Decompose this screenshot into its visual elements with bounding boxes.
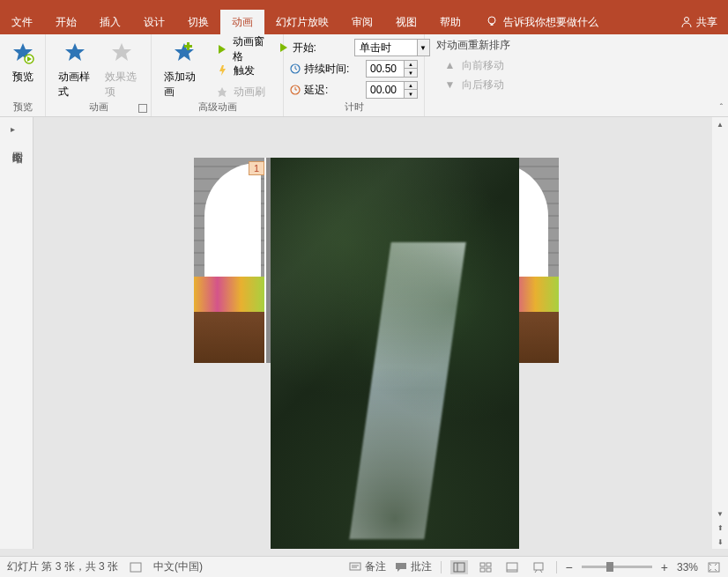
tab-animations[interactable]: 动画: [220, 10, 264, 34]
tab-slideshow[interactable]: 幻灯片放映: [264, 10, 340, 34]
svg-marker-6: [65, 43, 85, 61]
duration-input[interactable]: [367, 63, 404, 75]
group-animation-title: 动画: [46, 100, 151, 114]
panel-toggle[interactable]: ▸: [11, 124, 15, 134]
delay-icon: [290, 85, 301, 95]
delay-label: 延迟:: [304, 83, 328, 98]
group-timing-title: 计时: [284, 100, 424, 114]
notes-icon: [349, 562, 361, 573]
tab-review[interactable]: 审阅: [340, 10, 384, 34]
star-grey-icon: [108, 40, 136, 68]
person-icon: [680, 16, 693, 28]
add-animation-button[interactable]: 添加动画: [159, 38, 210, 101]
tab-design[interactable]: 设计: [132, 10, 176, 34]
preview-icon: [9, 40, 37, 68]
vertical-scrollbar[interactable]: ▲ ▼ ⬆ ⬇: [712, 117, 728, 549]
move-later-button: ▼向后移动: [440, 75, 508, 94]
svg-point-0: [488, 17, 495, 24]
animation-dialog-launcher[interactable]: [138, 104, 147, 113]
language-indicator[interactable]: 中文(中国): [153, 559, 203, 574]
prev-slide-icon[interactable]: ⬆: [713, 521, 727, 535]
svg-point-2: [685, 18, 689, 22]
slideshow-view-button[interactable]: [530, 560, 547, 574]
svg-rect-23: [487, 563, 491, 566]
animation-pane-button[interactable]: 动画窗格: [212, 40, 276, 59]
effect-options-label: 效果选项: [105, 70, 139, 100]
animation-styles-button[interactable]: 动画样式: [53, 38, 98, 101]
svg-rect-1: [491, 24, 494, 26]
svg-rect-24: [480, 568, 485, 572]
duration-label: 持续时间:: [304, 62, 349, 77]
svg-rect-20: [454, 563, 464, 572]
trigger-button[interactable]: 触发: [212, 61, 276, 80]
clock-icon: [290, 63, 301, 74]
tab-insert[interactable]: 插入: [88, 10, 132, 34]
svg-rect-10: [184, 45, 192, 48]
svg-marker-13: [280, 43, 287, 52]
group-preview-title: 预览: [0, 100, 45, 114]
tab-file[interactable]: 文件: [0, 10, 44, 34]
animation-styles-label: 动画样式: [58, 70, 93, 100]
next-slide-icon[interactable]: ⬇: [713, 535, 727, 549]
tell-me[interactable]: 告诉我你想要做什么: [486, 15, 598, 30]
tab-transitions[interactable]: 切换: [176, 10, 220, 34]
fit-window-icon[interactable]: [707, 561, 721, 573]
normal-view-button[interactable]: [450, 560, 468, 574]
add-animation-label: 添加动画: [164, 70, 204, 100]
play-icon: [279, 42, 289, 53]
move-earlier-button: ▲向前移动: [440, 55, 508, 75]
thumbnail-panel: ▸ 缩略图: [0, 117, 33, 549]
trigger-icon: [215, 63, 229, 78]
share-label: 共享: [696, 15, 717, 30]
comment-icon: [395, 562, 407, 573]
ribbon-tabs: 文件 开始 插入 设计 切换 动画 幻灯片放映 审阅 视图 帮助 告诉我你想要做…: [0, 10, 728, 34]
star-icon: [61, 40, 89, 68]
sorter-view-button[interactable]: [477, 560, 494, 574]
delay-spinner[interactable]: ▲▼: [366, 81, 418, 99]
spin-up[interactable]: ▲: [405, 82, 417, 90]
preview-button[interactable]: 预览: [4, 38, 42, 86]
ribbon: 预览 预览 动画样式 效果选项 动画 添加动画 动画窗格 触发: [0, 34, 728, 117]
workspace: ▸ 缩略图 1 ▲ ▼ ⬆ ⬇: [0, 117, 728, 549]
delay-input[interactable]: [367, 84, 404, 96]
reading-view-button[interactable]: [503, 560, 521, 574]
painter-icon: [215, 85, 229, 99]
arrow-down-icon: ▼: [443, 78, 457, 92]
svg-rect-25: [487, 568, 491, 572]
reorder-title: 对动画重新排序: [436, 38, 510, 55]
tab-help[interactable]: 帮助: [428, 10, 472, 34]
group-advanced-title: 高级动画: [152, 100, 283, 114]
notes-button[interactable]: 备注: [349, 559, 386, 574]
svg-rect-17: [350, 563, 360, 570]
svg-rect-28: [534, 563, 543, 570]
duration-spinner[interactable]: ▲▼: [366, 60, 418, 78]
waterfall-image[interactable]: [271, 158, 519, 549]
comments-button[interactable]: 批注: [395, 559, 432, 574]
zoom-in-button[interactable]: +: [661, 560, 668, 574]
spin-down[interactable]: ▼: [405, 90, 417, 98]
status-bar: 幻灯片 第 3 张，共 3 张 中文(中国) 备注 批注 − + 33%: [0, 556, 728, 577]
spin-down[interactable]: ▼: [405, 69, 417, 77]
slide-canvas[interactable]: 1 ▲ ▼ ⬆ ⬇: [33, 117, 728, 549]
tab-view[interactable]: 视图: [384, 10, 428, 34]
effect-options-button[interactable]: 效果选项: [100, 38, 145, 101]
share-button[interactable]: 共享: [680, 15, 717, 30]
svg-marker-7: [112, 43, 131, 61]
spellcheck-icon[interactable]: [129, 561, 143, 573]
scroll-up-icon[interactable]: ▲: [713, 117, 727, 131]
tab-home[interactable]: 开始: [44, 10, 88, 34]
zoom-out-button[interactable]: −: [566, 560, 573, 574]
slide-counter: 幻灯片 第 3 张，共 3 张: [7, 559, 118, 574]
collapse-ribbon-button[interactable]: ˆ: [720, 103, 723, 113]
start-combo[interactable]: 单击时▼: [354, 39, 430, 56]
zoom-level[interactable]: 33%: [677, 561, 698, 573]
svg-marker-12: [218, 87, 227, 97]
pane-icon: [215, 42, 228, 56]
zoom-slider[interactable]: [582, 566, 652, 568]
star-plus-icon: [170, 40, 198, 68]
scroll-down-icon[interactable]: ▼: [713, 507, 727, 521]
spin-up[interactable]: ▲: [405, 61, 417, 69]
arrow-up-icon: ▲: [443, 58, 457, 72]
animation-tag[interactable]: 1: [249, 161, 264, 175]
animation-painter-button: 动画刷: [212, 82, 276, 101]
